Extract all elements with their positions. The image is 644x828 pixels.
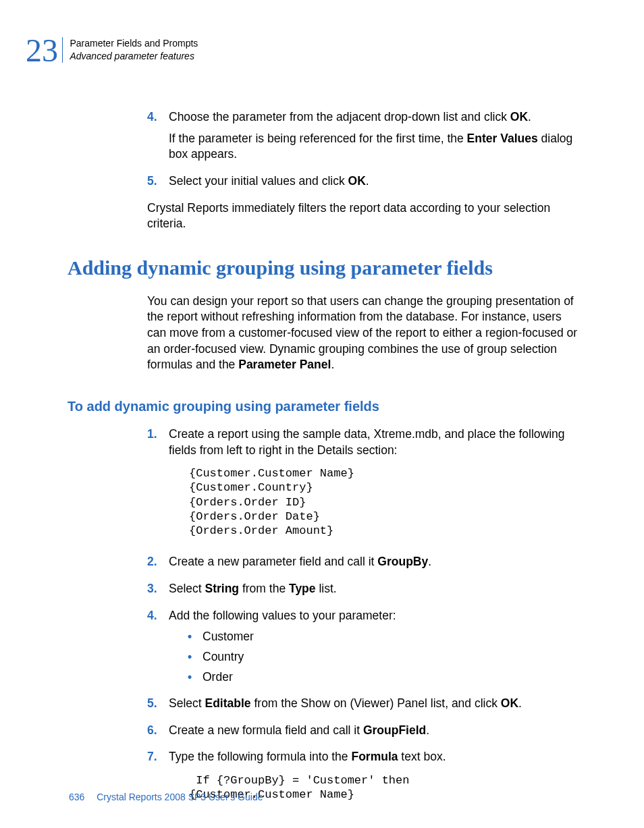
step-number: 5.: [147, 696, 169, 717]
step-number: 4.: [147, 109, 169, 168]
paragraph: Crystal Reports immediately filters the …: [147, 200, 580, 232]
step-5: 5. Select Editable from the Show on (Vie…: [147, 696, 580, 717]
step-text: Create a new parameter field and call it…: [169, 554, 580, 570]
step-7: 7. Type the following formula into the F…: [147, 749, 580, 812]
header-title-line2: Advanced parameter features: [70, 51, 194, 61]
page-footer: 636 Crystal Reports 2008 SP3 User's Guid…: [69, 792, 263, 802]
step-4-top: 4. Choose the parameter from the adjacen…: [147, 109, 580, 168]
step-text: Choose the parameter from the adjacent d…: [169, 109, 580, 126]
code-block: {Customer.Customer Name} {Customer.Count…: [189, 466, 580, 538]
step-text: If the parameter is being referenced for…: [169, 131, 580, 163]
step-1: 1. Create a report using the sample data…: [147, 426, 580, 549]
step-6: 6. Create a new formula field and call i…: [147, 723, 580, 744]
step-number: 1.: [147, 426, 169, 549]
header-separator: [62, 37, 63, 63]
bullet-list: • Customer • Country • Order: [188, 629, 580, 685]
list-item: • Customer: [188, 629, 580, 645]
bullet-icon: •: [188, 649, 203, 665]
step-number: 2.: [147, 554, 169, 576]
step-number: 3.: [147, 581, 169, 603]
page-header: 23 Parameter Fields and Prompts Advanced…: [0, 0, 644, 74]
step-text: Select Editable from the Show on (Viewer…: [169, 696, 580, 712]
page-number: 636: [69, 792, 84, 802]
step-4: 4. Add the following values to your para…: [147, 608, 580, 691]
footer-book-title: Crystal Reports 2008 SP3 User's Guide: [97, 792, 263, 802]
step-text: Type the following formula into the Form…: [169, 749, 580, 765]
bullet-icon: •: [188, 669, 203, 686]
header-text: Parameter Fields and Prompts Advanced pa…: [70, 37, 198, 63]
section-heading: Adding dynamic grouping using parameter …: [68, 256, 644, 279]
bullet-icon: •: [188, 629, 203, 645]
chapter-number: 23: [26, 37, 58, 65]
step-text: Create a new formula field and call it G…: [169, 723, 580, 739]
step-number: 5.: [147, 173, 169, 195]
step-text: Add the following values to your paramet…: [169, 608, 580, 624]
step-number: 6.: [147, 723, 169, 744]
step-number: 7.: [147, 749, 169, 812]
header-title-line1: Parameter Fields and Prompts: [70, 38, 198, 49]
paragraph: You can design your report so that users…: [147, 294, 580, 373]
list-item: • Country: [188, 649, 580, 665]
step-text: Select your initial values and click OK.: [169, 173, 580, 190]
subsection-heading: To add dynamic grouping using parameter …: [68, 399, 644, 414]
step-3: 3. Select String from the Type list.: [147, 581, 580, 603]
step-text: Create a report using the sample data, X…: [169, 426, 580, 458]
step-number: 4.: [147, 608, 169, 691]
step-text: Select String from the Type list.: [169, 581, 580, 597]
step-2: 2. Create a new parameter field and call…: [147, 554, 580, 576]
list-item: • Order: [188, 669, 580, 686]
content-area: 4. Choose the parameter from the adjacen…: [147, 109, 580, 232]
step-5-top: 5. Select your initial values and click …: [147, 173, 580, 195]
